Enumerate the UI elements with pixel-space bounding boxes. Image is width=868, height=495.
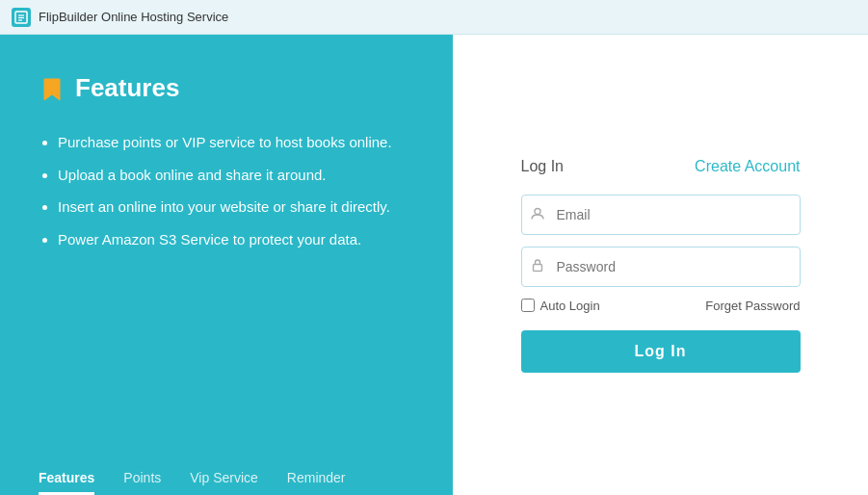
password-input[interactable] <box>521 247 801 287</box>
list-item: Power Amazon S3 Service to protect your … <box>58 227 414 252</box>
tab-features[interactable]: Features <box>39 470 94 495</box>
features-heading: Features <box>39 73 414 103</box>
login-tab[interactable]: Log In <box>521 158 564 175</box>
tab-points[interactable]: Points <box>123 470 161 495</box>
list-item: Purchase points or VIP service to host b… <box>58 130 414 155</box>
lock-icon <box>531 258 544 274</box>
user-icon <box>531 206 544 222</box>
features-title: Features <box>75 73 179 103</box>
login-button[interactable]: Log In <box>521 330 801 373</box>
svg-point-4 <box>535 208 540 214</box>
auto-login-checkbox[interactable] <box>521 299 535 312</box>
svg-rect-5 <box>533 264 541 271</box>
main-content: Features Purchase points or VIP service … <box>0 35 868 495</box>
bookmark-icon <box>39 75 66 102</box>
auto-login-label: Auto Login <box>540 299 600 313</box>
list-item: Insert an online into your website or sh… <box>58 195 414 220</box>
bottom-tabs: Features Points Vip Service Reminder <box>0 470 453 495</box>
auto-login-option[interactable]: Auto Login <box>521 299 600 313</box>
form-options: Auto Login Forget Password <box>521 299 801 313</box>
features-list: Purchase points or VIP service to host b… <box>39 130 414 259</box>
login-header: Log In Create Account <box>521 158 801 175</box>
email-field-group <box>521 195 801 235</box>
tab-vip-service[interactable]: Vip Service <box>190 470 258 495</box>
create-account-link[interactable]: Create Account <box>695 158 800 175</box>
password-field-group <box>521 247 801 287</box>
email-input[interactable] <box>521 195 801 235</box>
list-item: Upload a book online and share it around… <box>58 163 414 188</box>
app-logo <box>12 8 31 27</box>
right-panel: Log In Create Account <box>453 35 868 495</box>
app-title: FlipBuilder Online Hosting Service <box>39 10 228 24</box>
topbar: FlipBuilder Online Hosting Service <box>0 0 868 35</box>
left-panel: Features Purchase points or VIP service … <box>0 35 453 495</box>
forget-password-link[interactable]: Forget Password <box>705 299 800 313</box>
tab-reminder[interactable]: Reminder <box>287 470 346 495</box>
